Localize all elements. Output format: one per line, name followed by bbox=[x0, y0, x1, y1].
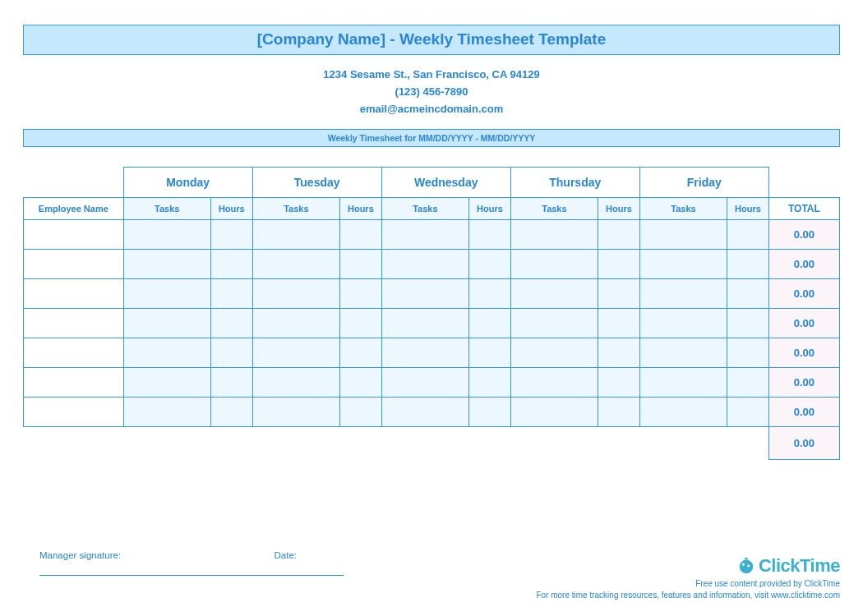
cell-tasks[interactable] bbox=[381, 368, 468, 398]
cell-tasks[interactable] bbox=[381, 279, 468, 309]
cell-tasks[interactable] bbox=[123, 250, 210, 279]
cell-tasks[interactable] bbox=[252, 338, 339, 368]
cell-hours[interactable] bbox=[210, 398, 252, 427]
cell-hours[interactable] bbox=[210, 309, 252, 338]
company-address: 1234 Sesame St., San Francisco, CA 94129 bbox=[23, 67, 840, 84]
cell-hours[interactable] bbox=[210, 368, 252, 398]
cell-tasks[interactable] bbox=[639, 220, 727, 250]
cell-tasks[interactable] bbox=[252, 309, 339, 338]
svg-point-3 bbox=[747, 565, 750, 568]
cell-hours[interactable] bbox=[727, 398, 769, 427]
cell-hours[interactable] bbox=[598, 398, 640, 427]
cell-hours[interactable] bbox=[727, 309, 769, 338]
cell-hours[interactable] bbox=[340, 220, 382, 250]
svg-point-0 bbox=[740, 560, 754, 574]
day-header-thursday: Thursday bbox=[510, 168, 639, 198]
cell-tasks[interactable] bbox=[252, 398, 339, 427]
cell-hours[interactable] bbox=[469, 309, 511, 338]
cell-hours[interactable] bbox=[469, 368, 511, 398]
cell-tasks[interactable] bbox=[381, 398, 468, 427]
cell-tasks[interactable] bbox=[639, 309, 727, 338]
cell-emp[interactable] bbox=[24, 338, 124, 368]
day-header-wednesday: Wednesday bbox=[381, 168, 510, 198]
cell-hours[interactable] bbox=[727, 279, 769, 309]
cell-tasks[interactable] bbox=[510, 220, 598, 250]
cell-tasks[interactable] bbox=[510, 338, 598, 368]
cell-hours[interactable] bbox=[598, 250, 640, 279]
cell-hours[interactable] bbox=[210, 279, 252, 309]
timesheet-table-wrap: Monday Tuesday Wednesday Thursday Friday… bbox=[23, 167, 840, 460]
cell-tasks[interactable] bbox=[252, 279, 339, 309]
cell-hours[interactable] bbox=[469, 250, 511, 279]
cell-hours[interactable] bbox=[210, 220, 252, 250]
cell-row-total: 0.00 bbox=[768, 250, 839, 279]
cell-emp[interactable] bbox=[24, 309, 124, 338]
cell-tasks[interactable] bbox=[639, 250, 727, 279]
cell-hours[interactable] bbox=[598, 309, 640, 338]
cell-emp[interactable] bbox=[24, 250, 124, 279]
cell-hours[interactable] bbox=[340, 398, 382, 427]
col-mon-tasks: Tasks bbox=[123, 198, 210, 220]
cell-tasks[interactable] bbox=[381, 338, 468, 368]
cell-hours[interactable] bbox=[727, 368, 769, 398]
cell-tasks[interactable] bbox=[510, 368, 598, 398]
col-wed-hours: Hours bbox=[469, 198, 511, 220]
signature-underline bbox=[39, 575, 344, 576]
grand-total-cell: 0.00 bbox=[768, 427, 839, 460]
cell-hours[interactable] bbox=[210, 338, 252, 368]
cell-tasks[interactable] bbox=[252, 368, 339, 398]
cell-emp[interactable] bbox=[24, 398, 124, 427]
cell-emp[interactable] bbox=[24, 220, 124, 250]
cell-tasks[interactable] bbox=[510, 250, 598, 279]
cell-hours[interactable] bbox=[340, 279, 382, 309]
cell-hours[interactable] bbox=[598, 279, 640, 309]
cell-hours[interactable] bbox=[727, 338, 769, 368]
cell-hours[interactable] bbox=[598, 368, 640, 398]
cell-emp[interactable] bbox=[24, 279, 124, 309]
cell-emp[interactable] bbox=[24, 368, 124, 398]
cell-hours[interactable] bbox=[340, 250, 382, 279]
day-header-friday: Friday bbox=[639, 168, 768, 198]
cell-row-total: 0.00 bbox=[768, 368, 839, 398]
cell-tasks[interactable] bbox=[639, 338, 727, 368]
cell-hours[interactable] bbox=[469, 398, 511, 427]
cell-tasks[interactable] bbox=[123, 398, 210, 427]
date-label: Date: bbox=[275, 550, 298, 560]
grand-total-spacer bbox=[24, 427, 769, 460]
cell-hours[interactable] bbox=[340, 338, 382, 368]
cell-hours[interactable] bbox=[340, 309, 382, 338]
company-info: 1234 Sesame St., San Francisco, CA 94129… bbox=[23, 67, 840, 117]
cell-tasks[interactable] bbox=[123, 220, 210, 250]
cell-hours[interactable] bbox=[727, 250, 769, 279]
cell-hours[interactable] bbox=[598, 220, 640, 250]
table-row: 0.00 bbox=[24, 368, 840, 398]
cell-tasks[interactable] bbox=[381, 309, 468, 338]
cell-tasks[interactable] bbox=[252, 220, 339, 250]
cell-tasks[interactable] bbox=[123, 309, 210, 338]
cell-hours[interactable] bbox=[340, 368, 382, 398]
cell-row-total: 0.00 bbox=[768, 279, 839, 309]
cell-tasks[interactable] bbox=[123, 279, 210, 309]
cell-hours[interactable] bbox=[727, 220, 769, 250]
cell-tasks[interactable] bbox=[639, 279, 727, 309]
svg-rect-1 bbox=[745, 558, 748, 560]
footer-line-2: For more time tracking resources, featur… bbox=[536, 590, 840, 601]
cell-tasks[interactable] bbox=[639, 398, 727, 427]
cell-hours[interactable] bbox=[469, 220, 511, 250]
cell-row-total: 0.00 bbox=[768, 338, 839, 368]
cell-tasks[interactable] bbox=[510, 398, 598, 427]
cell-tasks[interactable] bbox=[381, 220, 468, 250]
cell-tasks[interactable] bbox=[510, 309, 598, 338]
cell-tasks[interactable] bbox=[252, 250, 339, 279]
cell-hours[interactable] bbox=[469, 338, 511, 368]
table-row: 0.00 bbox=[24, 220, 840, 250]
cell-tasks[interactable] bbox=[123, 368, 210, 398]
col-thu-hours: Hours bbox=[598, 198, 640, 220]
cell-hours[interactable] bbox=[469, 279, 511, 309]
cell-tasks[interactable] bbox=[381, 250, 468, 279]
cell-hours[interactable] bbox=[210, 250, 252, 279]
cell-tasks[interactable] bbox=[639, 368, 727, 398]
cell-tasks[interactable] bbox=[123, 338, 210, 368]
cell-hours[interactable] bbox=[598, 338, 640, 368]
cell-tasks[interactable] bbox=[510, 279, 598, 309]
